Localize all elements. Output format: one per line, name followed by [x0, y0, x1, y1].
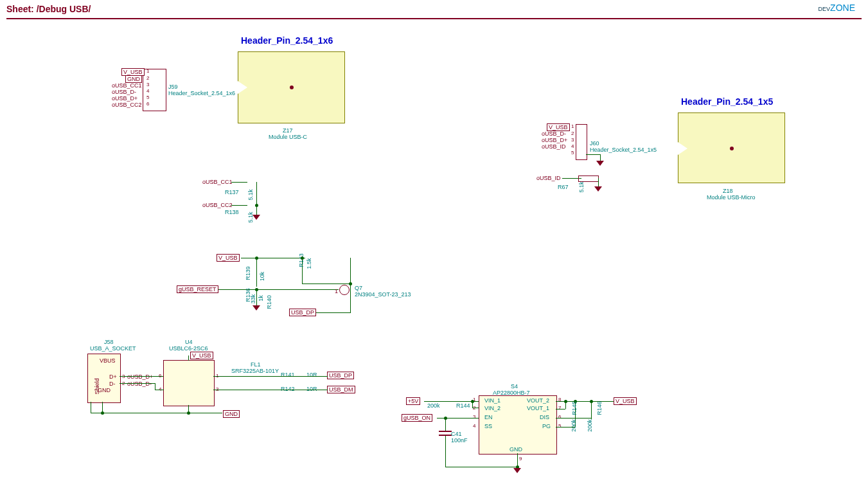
- r144-val: 200k: [427, 402, 440, 409]
- fl1-ref: FL1: [251, 361, 261, 368]
- u4-ref: U4: [185, 339, 193, 345]
- j59-pin-3: 3: [146, 82, 149, 87]
- q7-val: 2N3904_SOT-23_213: [355, 291, 411, 298]
- r142-val: 10R: [306, 386, 317, 392]
- r139-val: 10k: [259, 272, 265, 282]
- r146-ref: R146: [596, 401, 603, 415]
- divider: [6, 18, 862, 19]
- z18-ref: Z18: [723, 188, 733, 194]
- q7-transistor: [339, 285, 350, 295]
- r137-ref: R137: [225, 189, 239, 195]
- s4-p4: 4: [473, 423, 475, 429]
- s4-vin2: VIN_2: [484, 405, 500, 411]
- c41-ref: C41: [451, 431, 462, 437]
- r139-ref: R139: [245, 266, 251, 280]
- r138-net: oUSB_CC2: [202, 202, 233, 208]
- r141-ref: R141: [281, 372, 295, 378]
- j58-dplus: D+: [109, 374, 117, 380]
- s4-vout2: VOUT_2: [527, 397, 549, 404]
- s4-gnd: GND: [509, 446, 522, 453]
- q7-vusb: V_USB: [217, 254, 240, 262]
- s4-vin1: VIN_1: [484, 397, 500, 404]
- s4-en: EN: [484, 414, 493, 420]
- r67-value: 5.1k: [578, 181, 585, 192]
- r146-val: 200k: [587, 419, 593, 432]
- j60-net-2: oUSB_D-: [542, 130, 566, 137]
- gnd-symbol: [252, 305, 260, 310]
- q7-ref: Q7: [355, 285, 362, 291]
- q7-dp: USB_DP: [289, 309, 316, 316]
- j60-net-4: oUSB_ID: [542, 143, 566, 150]
- s4-ss: SS: [484, 423, 492, 429]
- q7-reset: gUSB_RESET: [177, 285, 218, 293]
- j58-vbus: VBUS: [100, 357, 116, 364]
- j59-pin-5: 5: [146, 94, 149, 100]
- z18-module: [678, 113, 785, 183]
- c41-plate1: [439, 431, 452, 432]
- s4-vout1: VOUT_1: [527, 405, 549, 411]
- r143-ref: R143: [298, 253, 305, 267]
- r137-value: 5.1k: [247, 189, 254, 200]
- j60-pin-3: 3: [571, 137, 574, 143]
- j60-pin-1: 1: [571, 123, 574, 129]
- j59-net-5: oUSB_D+: [112, 95, 137, 102]
- r136-val: 1k: [258, 295, 264, 302]
- r142-ref: R142: [281, 386, 295, 392]
- ousb-dm: oUSB_D-: [127, 381, 152, 387]
- logo-dev: DEV: [819, 6, 831, 12]
- j59-net-4: oUSB_D-: [112, 89, 136, 95]
- j60-pin-2: 2: [571, 130, 574, 136]
- z17-ref: Z17: [283, 127, 293, 134]
- gnd-symbol: [252, 215, 260, 220]
- r140-ref: R140: [266, 295, 272, 309]
- gnd-symbol: [596, 161, 604, 166]
- q7-base-pin: 1: [335, 288, 338, 294]
- r145-val: 200k: [571, 419, 577, 432]
- s4-p7: 7: [558, 405, 561, 411]
- r143-val: 1.5k: [306, 258, 312, 269]
- logo-zone: ZONE: [830, 3, 855, 13]
- s4-ref: S4: [511, 383, 518, 390]
- ousb-dp: oUSB_D+: [127, 374, 153, 380]
- gnd-symbol: [594, 186, 602, 192]
- fl1-value: SRF3225AB-101Y: [231, 368, 279, 374]
- j58-gnd: GND: [98, 387, 111, 393]
- j60-ref: J60: [590, 140, 599, 147]
- r138-ref: R138: [225, 209, 239, 215]
- j58-ref: J58: [104, 339, 114, 345]
- header-1x6-title: Header_Pin_2.54_1x6: [241, 35, 333, 46]
- s4-vusb: V_USB: [614, 397, 637, 405]
- r67-net: oUSB_ID: [536, 175, 561, 181]
- s4-p9: 9: [519, 456, 522, 462]
- c41-val: 100nF: [451, 437, 468, 444]
- z17-value: Module USB-C: [269, 134, 307, 140]
- s4-p6: 6: [558, 414, 561, 420]
- r140-val: 33k: [250, 294, 256, 304]
- j60-net-3: oUSB_D+: [542, 137, 567, 143]
- j58-dminus: D-: [109, 381, 116, 387]
- j59-pin-4: 4: [146, 88, 149, 94]
- u4-vusb: V_USB: [190, 352, 213, 359]
- u4-body: [163, 360, 215, 406]
- j59-net-3: oUSB_CC1: [112, 82, 142, 89]
- devzone-logo: DEVZONE: [819, 3, 855, 13]
- j59-net-6: oUSB_CC2: [112, 102, 142, 108]
- j59-pin-6: 6: [146, 101, 149, 107]
- r145-ref: R145: [571, 401, 578, 415]
- j60-value: Header_Socket_2.54_1x5: [590, 147, 657, 153]
- j59-pin-1: 1: [146, 68, 149, 74]
- s4-5v: +5V: [406, 397, 420, 405]
- s4-p3: 3: [473, 414, 475, 420]
- j59-ref: J59: [168, 84, 178, 90]
- r137-net: oUSB_CC1: [202, 179, 233, 185]
- s4-on: gUSB_ON: [402, 414, 432, 422]
- s4-dis: DIS: [540, 414, 549, 420]
- z17-module: [238, 51, 345, 123]
- z18-value: Module USB-Micro: [707, 194, 756, 201]
- r142-net: USB_DM: [327, 386, 355, 393]
- r67-ref: R67: [558, 184, 569, 190]
- j58-value: USB_A_SOCKET: [90, 345, 136, 352]
- s4-pg: PG: [542, 423, 551, 429]
- header-1x5-title: Header_Pin_2.54_1x5: [681, 96, 773, 107]
- j60-pin-5: 5: [571, 150, 574, 156]
